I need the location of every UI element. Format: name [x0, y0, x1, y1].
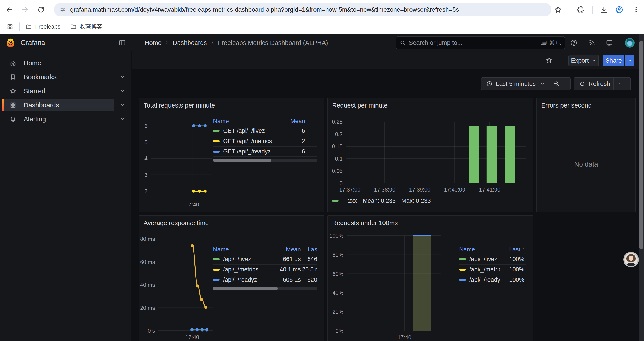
grid-icon [10, 102, 16, 109]
export-label: Export [571, 57, 589, 64]
news-rss-icon[interactable] [588, 39, 596, 47]
bar-chart: 0.250.20.150.10.05017:37:0017:38:0017:39… [328, 98, 533, 212]
series-name[interactable]: 2xx [348, 197, 357, 204]
panel-requests-under-100ms[interactable]: Requests under 100ms 100%80%60%40%20%0%1… [327, 215, 533, 341]
sidebar-item-home[interactable]: Home [2, 57, 114, 69]
legend-row[interactable]: /api/_/readyz100% [459, 275, 526, 285]
breadcrumb-item[interactable]: Home [145, 39, 162, 47]
sidebar-item-bookmarks[interactable]: Bookmarks [2, 71, 114, 83]
y-axis-tick: 100% [328, 232, 344, 239]
apps-grid-icon[interactable] [6, 23, 14, 30]
zoom-out-button[interactable] [549, 78, 564, 90]
sidebar-item-alerting[interactable]: Alerting [2, 113, 114, 125]
chart-plot [346, 122, 526, 183]
back-icon[interactable] [5, 6, 14, 14]
expand-chevron-icon[interactable] [118, 113, 126, 125]
legend-column-header[interactable]: Last * [500, 246, 524, 253]
assistant-avatar[interactable] [624, 252, 639, 267]
folder-icon [26, 23, 32, 30]
panel-average-response-time[interactable]: Average response time 80 ms60 ms40 ms20 … [139, 215, 324, 341]
panel-errors-per-second[interactable]: Errors per second No data [536, 98, 636, 212]
share-dropdown-button[interactable] [625, 55, 634, 66]
vertical-scrollbar[interactable] [639, 34, 644, 341]
search-input[interactable]: Search or jump to... ⌘+k [396, 37, 565, 49]
series-name[interactable]: /api/_/readyz [223, 276, 257, 283]
site-info-icon[interactable] [60, 6, 66, 13]
legend-row[interactable]: GET /api/_/readyz6 [213, 147, 317, 157]
series-value: 2 [286, 138, 305, 145]
series-value: 40.1 ms [272, 266, 301, 273]
expand-chevron-icon[interactable] [118, 99, 126, 111]
menu-kebab-icon[interactable] [632, 6, 640, 14]
legend-hscrollbar[interactable] [213, 287, 317, 290]
share-button[interactable]: Share [603, 55, 624, 66]
legend-column-header[interactable]: Name [459, 246, 500, 253]
legend-row[interactable]: GET /api/_/livez6 [213, 126, 317, 136]
legend-column-header[interactable]: Las [301, 246, 317, 253]
legend-row[interactable]: GET /api/_/metrics2 [213, 136, 317, 147]
breadcrumb-item[interactable]: Freeleaps Metrics Dashboard (ALPHA) [218, 39, 328, 47]
dock-menu-icon[interactable] [118, 39, 126, 47]
series-value: 6 [286, 128, 305, 134]
time-range-picker[interactable]: Last 5 minutes [481, 77, 570, 90]
series-name[interactable]: /api/_/readyz [469, 276, 500, 283]
bookmark-folder[interactable]: Freeleaps [26, 23, 60, 30]
series-name[interactable]: /api/_/livez [223, 256, 251, 263]
breadcrumb-item[interactable]: Dashboards [172, 39, 207, 47]
refresh-control[interactable]: Refresh [574, 77, 631, 90]
chevron-down-icon [540, 81, 545, 86]
forward-icon[interactable] [21, 6, 29, 14]
series-name[interactable]: /api/_/metrics [223, 266, 258, 273]
bookmark-folder[interactable]: 收藏博客 [70, 23, 102, 31]
y-axis-tick: 0% [328, 327, 344, 334]
expand-chevron-icon[interactable] [118, 71, 126, 83]
series-color-pill [459, 279, 466, 281]
panel-total-requests-per-minute[interactable]: Total requests per minute 6543217:40 Nam… [139, 98, 324, 212]
profile-icon[interactable] [615, 6, 624, 14]
legend-row[interactable]: /api/_/metrics40.1 ms20.5 r [213, 265, 317, 275]
legend-row[interactable]: /api/_/readyz605 µs620 [213, 275, 317, 285]
favorite-star-icon[interactable] [546, 57, 552, 64]
panel-request-per-minute[interactable]: Request per minute 0.250.20.150.10.05017… [327, 98, 533, 212]
legend-hscrollbar[interactable] [213, 159, 317, 162]
browser-toolbar: grafana.mathmast.com/d/deytv4rwavabkb/fr… [0, 0, 644, 19]
sidebar-item-dashboards[interactable]: Dashboards [2, 99, 114, 111]
sidebar-item-label: Dashboards [24, 101, 59, 109]
series-color-pill [213, 140, 220, 142]
no-data-message: No data [537, 160, 636, 168]
legend-column-header[interactable]: Name [213, 118, 286, 125]
series-name[interactable]: GET /api/_/readyz [223, 148, 271, 155]
legend-column-header[interactable]: Name [213, 246, 272, 253]
zoom-out-icon [553, 80, 560, 87]
series-mean: Mean: 0.233 [363, 197, 396, 204]
scrollbar-thumb[interactable] [639, 41, 643, 249]
x-axis-tick: 17:38:00 [367, 186, 402, 193]
legend-column-header[interactable]: Mean [272, 246, 301, 253]
expand-chevron-icon[interactable] [118, 85, 126, 97]
series-name[interactable]: GET /api/_/metrics [223, 138, 272, 145]
export-button[interactable]: Export [568, 55, 599, 66]
help-icon[interactable] [570, 39, 578, 47]
legend-row[interactable]: /api/_/metrics100% [459, 265, 526, 275]
kiosk-monitor-icon[interactable] [606, 39, 613, 47]
bookmark-star-icon[interactable] [554, 6, 562, 14]
legend[interactable]: 2xx Mean: 0.233 Max: 0.233 [332, 197, 431, 204]
user-avatar[interactable] [625, 38, 634, 48]
series-name[interactable]: /api/_/livez [469, 256, 497, 263]
legend-row[interactable]: /api/_/livez661 µs646 [213, 254, 317, 265]
legend-column-header[interactable]: Mean [286, 118, 305, 125]
series-color-pill [332, 200, 339, 202]
sidebar-item-label: Starred [24, 87, 45, 95]
grafana-logo-icon[interactable] [6, 38, 15, 49]
series-name[interactable]: /api/_/metrics [469, 266, 500, 273]
url-bar[interactable]: grafana.mathmast.com/d/deytv4rwavabkb/fr… [54, 3, 552, 17]
panel-title[interactable]: Errors per second [541, 102, 592, 109]
downloads-icon[interactable] [600, 6, 608, 14]
extensions-icon[interactable] [576, 6, 585, 14]
refresh-interval-dropdown[interactable] [613, 78, 627, 90]
y-axis-tick: 0.25 [328, 119, 342, 125]
series-name[interactable]: GET /api/_/livez [223, 128, 265, 134]
sidebar-item-starred[interactable]: Starred [2, 85, 114, 97]
legend-row[interactable]: /api/_/livez100% [459, 254, 526, 265]
reload-icon[interactable] [37, 6, 45, 14]
